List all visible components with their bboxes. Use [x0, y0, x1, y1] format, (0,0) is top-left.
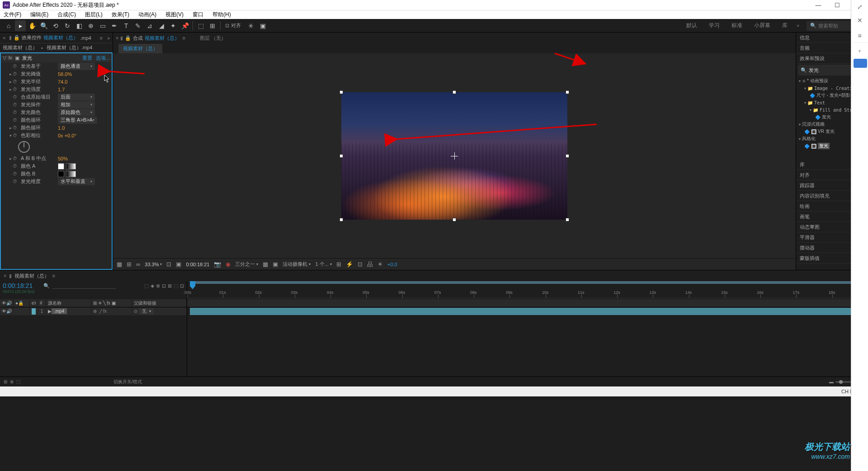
audio-toggle[interactable]: 🔊: [6, 309, 12, 314]
anchor-point[interactable]: [451, 152, 458, 160]
minimize-button[interactable]: —: [813, 1, 824, 9]
camera-tool[interactable]: ◧: [74, 20, 85, 31]
playhead[interactable]: [190, 281, 195, 289]
hand-tool[interactable]: ✋: [27, 20, 38, 31]
time-ruler[interactable]: :00s01s02s03s04s05s06s07s08s09s10s11s12s…: [187, 281, 868, 299]
effect-header[interactable]: ▽ fx ▣ 发光 重置 选项...: [1, 53, 112, 62]
panel-menu-icon[interactable]: ≡: [99, 35, 102, 41]
color-b-swatch[interactable]: [58, 171, 64, 177]
home-tool[interactable]: ⌂: [3, 20, 14, 31]
exposure-reset-icon[interactable]: ☀: [377, 261, 383, 268]
audio-icon[interactable]: 🔊: [6, 301, 12, 306]
flowchart-icon[interactable]: 品: [367, 260, 373, 268]
menu-view[interactable]: 视图(V): [164, 10, 185, 19]
parent-pickwhip-icon[interactable]: ⊙: [134, 309, 137, 314]
tl-footer-icon[interactable]: ⊕: [10, 379, 14, 384]
selection-tool[interactable]: ▸: [15, 20, 26, 31]
footage-label[interactable]: 图层 （无）: [200, 35, 226, 42]
stopwatch-icon[interactable]: ⏱: [12, 179, 18, 185]
panel-comp-link[interactable]: 视频素材（总）: [43, 34, 78, 41]
transform-handle[interactable]: [453, 90, 456, 94]
orbit-tool[interactable]: ⟲: [50, 20, 61, 31]
color-b-picker[interactable]: [66, 171, 76, 177]
view-dropdown[interactable]: 1 个...▾: [315, 261, 331, 268]
menu-layer[interactable]: 图层(L): [83, 10, 104, 19]
magnification-icon[interactable]: ▦: [117, 261, 122, 268]
transform-handle[interactable]: [340, 154, 343, 158]
layer-duration-bar[interactable]: [190, 308, 858, 315]
tl-footer-icon[interactable]: ⊞: [4, 379, 7, 384]
menu-window[interactable]: 窗口: [191, 10, 205, 19]
menu-file[interactable]: 文件(F): [2, 10, 23, 19]
effect-options[interactable]: 选项...: [96, 55, 110, 61]
effect-visibility-icon[interactable]: ▣: [15, 55, 19, 61]
text-tool[interactable]: T: [121, 20, 132, 31]
timeline-menu-icon[interactable]: ≡: [52, 273, 55, 278]
flowchart-tab[interactable]: 视频素材（总）: [118, 44, 162, 53]
breadcrumb-comp[interactable]: 视频素材（总）: [3, 44, 38, 51]
glow-threshold-value[interactable]: 58.0%: [58, 71, 72, 77]
timeline-tab-name[interactable]: 视频素材（总）: [14, 273, 49, 279]
glow-radius-value[interactable]: 74.0: [58, 79, 67, 85]
camera-dropdown[interactable]: 活动摄像机▾: [283, 261, 311, 268]
stopwatch-icon[interactable]: ⏱: [12, 171, 18, 177]
search-tool[interactable]: ⚹: [245, 20, 256, 31]
comp-tab-close[interactable]: ×: [116, 35, 118, 41]
color-a-swatch[interactable]: [58, 163, 64, 170]
compose-original-dropdown[interactable]: 后面▾: [58, 94, 95, 101]
color-loop-type-dropdown[interactable]: 三角形 A>B>A▾: [58, 117, 97, 124]
workspace-overflow[interactable]: »: [794, 23, 802, 28]
pixel-aspect-icon[interactable]: ⊞: [336, 261, 341, 268]
stopwatch-icon[interactable]: ⏱: [12, 125, 18, 131]
av-icon[interactable]: 👁: [2, 301, 6, 306]
local-axis-tool[interactable]: ⬚: [195, 20, 206, 31]
lock-icon[interactable]: 🔒: [18, 301, 24, 306]
comp-menu-icon[interactable]: ≡: [182, 35, 185, 41]
timeline-tab-close[interactable]: ×: [4, 273, 6, 278]
zoom-out-icon[interactable]: ▬: [829, 379, 834, 384]
label-icon[interactable]: 🏷: [32, 301, 36, 306]
comp-lock-icon[interactable]: 🔒: [125, 35, 131, 41]
stopwatch-icon[interactable]: ⏱: [12, 86, 18, 93]
menu-help[interactable]: 帮助(H): [211, 10, 233, 19]
resolution-icon[interactable]: ⊡: [166, 261, 171, 268]
layer-switches[interactable]: ⊕ ╱ fx: [93, 309, 107, 314]
workspace-standard[interactable]: 标准: [726, 20, 748, 31]
snapshot-icon[interactable]: 📷: [214, 261, 221, 268]
layer-row[interactable]: 👁🔊 1 ▶.mp4 ⊕ ╱ fx ⊙无▾: [0, 307, 187, 316]
rotate-tool[interactable]: ↻: [62, 20, 73, 31]
stopwatch-icon[interactable]: ⏱: [12, 132, 18, 139]
workspace-small[interactable]: 小屏幕: [749, 20, 776, 31]
collapse-icon[interactable]: ▽: [3, 55, 6, 61]
roto-tool[interactable]: ✦: [168, 20, 179, 31]
panel-close[interactable]: ×: [3, 35, 5, 41]
transform-handle[interactable]: [566, 154, 569, 158]
panel-collapse[interactable]: »: [107, 35, 110, 41]
clone-tool[interactable]: ⊿: [144, 20, 155, 31]
stopwatch-icon[interactable]: ⏱: [12, 102, 18, 108]
tl-icon[interactable]: ⊞: [168, 283, 172, 289]
color-loop-value[interactable]: 1.0: [58, 125, 65, 131]
glow-dimension-dropdown[interactable]: 水平和垂直▾: [58, 178, 95, 185]
browser-restore-icon[interactable]: ⤢: [851, 0, 868, 14]
canvas[interactable]: [341, 92, 567, 220]
stopwatch-icon[interactable]: ⏱: [12, 63, 18, 70]
comp-name-link[interactable]: 视频素材（总）: [145, 35, 179, 42]
world-axis-tool[interactable]: ⊞: [207, 20, 218, 31]
mask-tool[interactable]: ▣: [257, 20, 268, 31]
layer-name[interactable]: .mp4: [52, 308, 67, 314]
new-tab-button[interactable]: ＋: [851, 42, 868, 59]
color-a-picker[interactable]: [66, 163, 76, 170]
glow-operation-dropdown[interactable]: 相加▾: [58, 101, 95, 108]
composition-viewer[interactable]: [113, 53, 796, 258]
color-phase-value[interactable]: 0x +0.0°: [58, 133, 76, 138]
tl-icon[interactable]: ⬚: [144, 283, 149, 289]
anchor-tool[interactable]: ⊕: [85, 20, 96, 31]
breadcrumb-layer[interactable]: 视频素材（总）.mp4: [47, 44, 92, 51]
pen-tool[interactable]: ✒: [109, 20, 120, 31]
stopwatch-icon[interactable]: ⏱: [12, 155, 18, 162]
stopwatch-icon[interactable]: ⏱: [12, 71, 18, 77]
tl-icon[interactable]: ◈: [151, 283, 154, 289]
viewer-timecode[interactable]: 0:00:18:21: [186, 262, 209, 267]
tl-icon[interactable]: ⊡: [180, 283, 184, 289]
